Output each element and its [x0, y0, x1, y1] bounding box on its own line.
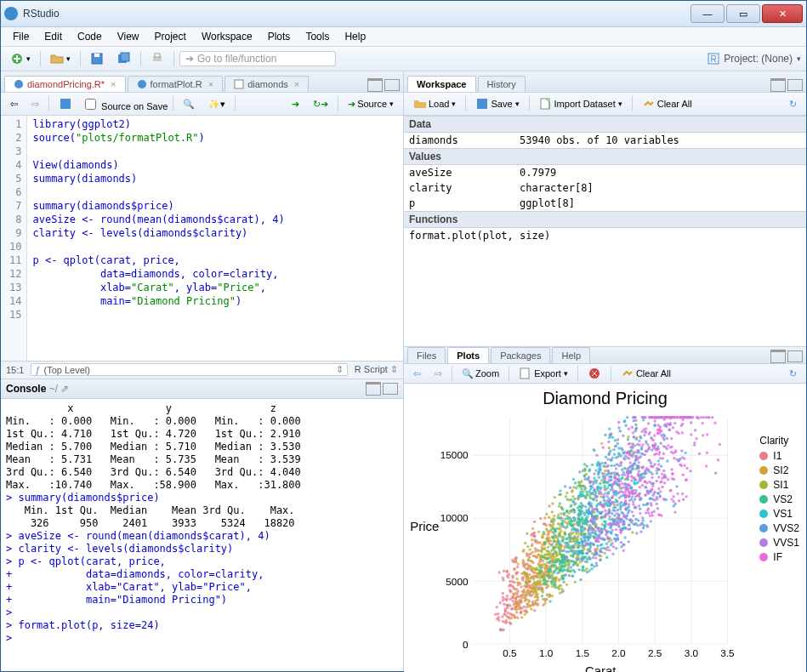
new-file-button[interactable]: ▾	[6, 49, 35, 68]
workspace-row[interactable]: pggplot[8]	[404, 196, 806, 211]
titlebar[interactable]: RStudio — ▭ ✕	[1, 1, 806, 27]
menu-view[interactable]: View	[111, 29, 146, 44]
svg-point-1367	[554, 531, 556, 533]
svg-point-1267	[589, 488, 592, 491]
svg-point-1957	[623, 474, 626, 476]
tab-diamond-pricing[interactable]: diamondPricing.R*×	[4, 76, 126, 92]
pane-maximize-icon[interactable]	[787, 350, 803, 362]
tab-packages[interactable]: Packages	[491, 347, 550, 363]
minimize-button[interactable]: —	[690, 4, 725, 23]
svg-point-401	[535, 555, 537, 558]
svg-point-227	[509, 580, 511, 583]
save-ws-button[interactable]: Save▾	[471, 94, 523, 113]
svg-point-1418	[577, 541, 579, 544]
source-button[interactable]: ➔ Source ▾	[344, 96, 398, 112]
tab-workspace[interactable]: Workspace	[407, 76, 476, 92]
tab-help[interactable]: Help	[552, 347, 590, 363]
workspace-row[interactable]: claritycharacter[8]	[404, 180, 806, 196]
goto-file-input[interactable]: ➔Go to file/function	[179, 51, 336, 66]
scope-selector[interactable]: ƒ(Top Level)⇕	[31, 363, 347, 376]
svg-point-222	[502, 620, 504, 623]
pane-minimize-icon[interactable]	[770, 350, 786, 363]
tab-close-icon[interactable]: ×	[294, 79, 299, 89]
svg-point-2254	[593, 493, 595, 496]
svg-point-579	[532, 593, 535, 595]
pane-minimize-icon[interactable]	[366, 382, 381, 396]
tab-close-icon[interactable]: ×	[111, 79, 116, 89]
print-button[interactable]	[146, 49, 168, 68]
workspace-row[interactable]: format.plot(plot, size)	[404, 228, 806, 243]
pane-maximize-icon[interactable]	[384, 79, 400, 91]
pane-maximize-icon[interactable]	[383, 383, 398, 395]
svg-point-1335	[633, 481, 635, 484]
clear-all-button[interactable]: Clear All	[638, 94, 696, 113]
load-button[interactable]: Load▾	[409, 94, 460, 113]
refresh-plot-button[interactable]: ↻	[785, 366, 801, 382]
menu-help[interactable]: Help	[338, 29, 372, 44]
menu-file[interactable]: File	[6, 29, 36, 44]
wand-button[interactable]: ✨▾	[204, 96, 230, 112]
rerun-button[interactable]: ↻➔	[309, 96, 332, 112]
close-button[interactable]: ✕	[762, 4, 803, 23]
pane-maximize-icon[interactable]	[787, 79, 803, 91]
console-tab[interactable]: Console	[6, 383, 46, 395]
svg-point-995	[614, 439, 617, 441]
svg-point-1994	[639, 531, 642, 533]
workspace-row[interactable]: aveSize0.7979	[404, 165, 806, 180]
zoom-button[interactable]: 🔍Zoom	[457, 366, 503, 382]
svg-point-830	[553, 581, 555, 584]
export-button[interactable]: Export▾	[514, 364, 572, 383]
code-area[interactable]: library(ggplot2)source("plots/formatPlot…	[27, 116, 403, 361]
remove-plot-button[interactable]	[583, 364, 605, 383]
tab-files[interactable]: Files	[407, 347, 446, 363]
find-button[interactable]: 🔍	[179, 96, 199, 112]
menu-plots[interactable]: Plots	[261, 29, 298, 44]
save-button[interactable]	[86, 49, 108, 68]
plot-prev-button[interactable]: ⇦	[409, 366, 425, 382]
svg-point-2171	[622, 550, 624, 552]
run-button[interactable]: ➔	[287, 96, 304, 112]
tab-plots[interactable]: Plots	[447, 347, 489, 363]
tab-format-plot[interactable]: formatPlot.R×	[128, 76, 224, 92]
plot-next-button[interactable]: ⇨	[430, 366, 446, 382]
pane-minimize-icon[interactable]	[367, 78, 383, 92]
back-button[interactable]: ⇦	[6, 96, 22, 112]
open-file-button[interactable]: ▾	[46, 49, 75, 68]
svg-point-1143	[538, 569, 541, 572]
svg-point-709	[607, 541, 610, 544]
project-menu[interactable]: RProject: (None)▾	[707, 52, 801, 65]
tab-diamonds[interactable]: diamonds×	[224, 76, 309, 92]
svg-point-1859	[639, 499, 641, 502]
workspace-row[interactable]: diamonds53940 obs. of 10 variables	[404, 133, 806, 148]
console-path-arrow-icon[interactable]: ⇗	[60, 383, 69, 395]
svg-point-1258	[548, 561, 551, 564]
tab-close-icon[interactable]: ×	[208, 79, 213, 89]
svg-point-2265	[627, 472, 629, 475]
menu-project[interactable]: Project	[148, 29, 193, 44]
language-selector[interactable]: R Script ⇕	[355, 364, 398, 375]
refresh-button[interactable]: ↻	[785, 96, 801, 112]
save-source-button[interactable]	[54, 94, 77, 113]
svg-point-2100	[634, 457, 637, 459]
svg-point-1675	[622, 504, 624, 507]
menu-code[interactable]: Code	[71, 29, 109, 44]
forward-button[interactable]: ⇨	[27, 96, 43, 112]
svg-point-2046	[628, 499, 631, 502]
tab-history[interactable]: History	[478, 76, 526, 92]
maximize-button[interactable]: ▭	[726, 4, 760, 23]
console-output[interactable]: x y z Min. : 0.000 Min. : 0.000 Min. : 0…	[1, 399, 403, 671]
save-all-button[interactable]	[113, 49, 135, 68]
svg-point-955	[540, 576, 543, 578]
menu-edit[interactable]: Edit	[37, 29, 69, 44]
menu-workspace[interactable]: Workspace	[195, 29, 259, 44]
import-dataset-button[interactable]: Import Dataset▾	[535, 94, 627, 113]
svg-point-1452	[600, 544, 602, 547]
menu-tools[interactable]: Tools	[298, 29, 336, 44]
svg-point-2226	[607, 479, 610, 481]
svg-point-2137	[650, 503, 652, 505]
pane-minimize-icon[interactable]	[770, 78, 786, 92]
legend-item: VVS2	[759, 522, 799, 534]
clear-plots-button[interactable]: Clear All	[617, 364, 675, 383]
code-editor[interactable]: 123456789101112131415 library(ggplot2)so…	[1, 116, 403, 361]
source-on-save-checkbox[interactable]: Source on Save	[82, 96, 168, 112]
